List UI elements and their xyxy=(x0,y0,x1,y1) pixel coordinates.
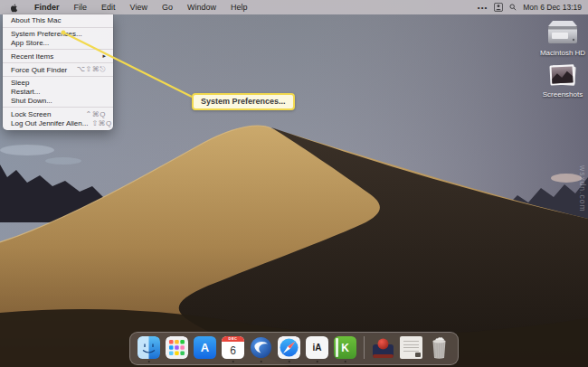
spotlight-icon[interactable] xyxy=(509,4,517,11)
menu-item-log-out[interactable]: Log Out Jennifer Allen... ⇧⌘Q xyxy=(3,118,113,127)
menu-item-label: Force Quit Finder xyxy=(11,66,67,74)
menu-item-label: App Store... xyxy=(11,39,49,47)
menubar-menu-file[interactable]: File xyxy=(67,0,95,14)
desktop-screen: Finder File Edit View Go Window Help •••… xyxy=(0,0,588,367)
menu-item-label: Lock Screen xyxy=(11,110,51,118)
menu-bar-right: ••• Mon 6 Dec 13:19 xyxy=(478,0,588,14)
ia-writer-label: iA xyxy=(313,343,322,353)
menu-separator xyxy=(3,49,113,50)
hard-drive-icon xyxy=(545,18,580,47)
dock: A DEC 6 xyxy=(129,332,459,365)
menu-item-shortcut: ⌃⌘Q xyxy=(86,110,106,118)
document-icon xyxy=(400,336,422,359)
apple-menu-dropdown: About This Mac System Preferences... App… xyxy=(3,14,113,130)
finder-icon xyxy=(138,336,160,359)
menu-item-about-this-mac[interactable]: About This Mac xyxy=(3,16,113,25)
menu-item-label: System Preferences... xyxy=(11,30,82,38)
menu-separator xyxy=(3,27,113,28)
dock-icon-launchpad[interactable] xyxy=(166,336,188,359)
dock-icon-safari[interactable] xyxy=(278,336,300,359)
menubar-menu-help[interactable]: Help xyxy=(223,0,255,14)
kdenlive-icon: K xyxy=(334,336,356,359)
film-strip-decoration xyxy=(336,338,338,357)
user-switch-icon[interactable] xyxy=(494,3,503,12)
menu-item-shut-down[interactable]: Shut Down... xyxy=(3,97,113,106)
menu-item-sleep[interactable]: Sleep xyxy=(3,79,113,88)
menu-item-label: Log Out Jennifer Allen... xyxy=(11,119,88,127)
menubar-menu-view[interactable]: View xyxy=(123,0,155,14)
menu-item-shortcut: ⇧⌘Q xyxy=(91,119,111,127)
desktop-icon-macintosh-hd[interactable]: Macintosh HD xyxy=(534,18,588,57)
menu-item-label: Restart... xyxy=(11,88,40,96)
desktop-icon-label: Macintosh HD xyxy=(534,49,588,57)
dock-icon-calendar[interactable]: DEC 6 xyxy=(222,336,244,359)
menubar-menu-edit[interactable]: Edit xyxy=(94,0,123,14)
menu-item-restart[interactable]: Restart... xyxy=(3,88,113,97)
more-status-icon[interactable]: ••• xyxy=(478,4,488,12)
running-indicator xyxy=(147,361,150,363)
dock-icon-finder[interactable] xyxy=(138,336,160,359)
desktop-icon-screenshots[interactable]: Screenshots xyxy=(534,63,588,99)
apple-menu-button[interactable] xyxy=(0,0,27,14)
calendar-day: 6 xyxy=(222,342,244,359)
red-ball-app-icon xyxy=(372,336,394,359)
running-indicator xyxy=(316,361,318,363)
dock-divider xyxy=(364,336,365,359)
safari-icon xyxy=(278,336,300,359)
menu-item-force-quit-finder[interactable]: Force Quit Finder ⌥⇧⌘⎋ xyxy=(3,65,113,74)
dock-icon-document[interactable] xyxy=(400,336,422,359)
menu-item-label: About This Mac xyxy=(11,16,61,24)
menu-item-label: Recent Items xyxy=(11,52,53,61)
apple-logo-icon xyxy=(9,3,19,13)
dock-icon-kdenlive[interactable]: K xyxy=(334,336,356,359)
running-indicator xyxy=(260,361,262,363)
ia-writer-icon: iA xyxy=(306,336,328,359)
menu-item-app-store[interactable]: App Store... xyxy=(3,39,113,48)
menu-item-recent-items[interactable]: Recent Items ▸ xyxy=(3,52,113,61)
menubar-clock[interactable]: Mon 6 Dec 13:19 xyxy=(523,3,582,12)
document-text-lines xyxy=(403,341,419,352)
document-badge xyxy=(415,353,421,357)
menu-bar-left: Finder File Edit View Go Window Help xyxy=(0,0,254,14)
dock-icon-trash[interactable] xyxy=(428,336,450,359)
menu-item-label: Sleep xyxy=(11,79,29,87)
menubar-menu-go[interactable]: Go xyxy=(155,0,180,14)
menubar-menu-window[interactable]: Window xyxy=(180,0,223,14)
menu-item-system-preferences[interactable]: System Preferences... xyxy=(3,30,113,39)
menu-bar: Finder File Edit View Go Window Help •••… xyxy=(0,0,588,14)
menubar-app-menu-finder[interactable]: Finder xyxy=(27,0,67,14)
launchpad-icon xyxy=(166,336,188,359)
dock-icon-stack[interactable] xyxy=(372,336,394,359)
menu-item-lock-screen[interactable]: Lock Screen ⌃⌘Q xyxy=(3,109,113,118)
watermark-text: wsxdn.com xyxy=(578,165,587,212)
menu-separator xyxy=(3,62,113,63)
desktop-icon-label: Screenshots xyxy=(534,90,588,99)
dock-icon-ia-writer[interactable]: iA xyxy=(306,336,328,359)
app-store-letter: A xyxy=(201,341,209,354)
menu-separator xyxy=(3,76,113,77)
menu-separator xyxy=(3,107,113,108)
menu-item-shortcut: ⌥⇧⌘⎋ xyxy=(77,65,106,74)
kdenlive-letter: K xyxy=(341,342,349,354)
calendar-icon: DEC 6 xyxy=(222,336,244,359)
running-indicator xyxy=(344,361,346,363)
callout-system-preferences: System Preferences... xyxy=(192,93,295,110)
submenu-arrow-icon: ▸ xyxy=(102,52,106,60)
running-indicator xyxy=(232,361,234,363)
trash-icon xyxy=(428,336,450,359)
running-indicator xyxy=(288,361,290,363)
thunderbird-icon xyxy=(250,336,272,359)
photo-stack-icon xyxy=(546,63,579,89)
app-store-icon: A xyxy=(194,336,216,359)
dock-icon-thunderbird[interactable] xyxy=(250,336,272,359)
dock-icon-app-store[interactable]: A xyxy=(194,336,216,359)
menu-item-label: Shut Down... xyxy=(11,97,52,105)
